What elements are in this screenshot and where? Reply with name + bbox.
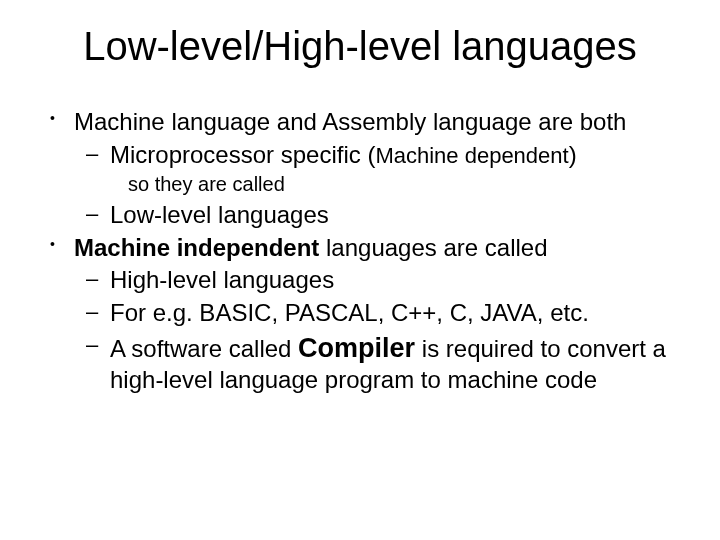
bullet-2: • Machine independent languages are call… [48,233,680,264]
bullet-1a: – Microprocessor specific (Machine depen… [84,140,680,171]
dash-icon: – [84,200,110,231]
dash-icon: – [84,331,110,396]
bullet-2b-text: For e.g. BASIC, PASCAL, C++, C, JAVA, et… [110,298,680,329]
bullet-1-text: Machine language and Assembly language a… [74,107,680,138]
bullet-1a-pre: Microprocessor specific ( [110,141,375,168]
bullet-2c-bold: Compiler [298,333,415,363]
slide-title: Low-level/High-level languages [40,24,680,69]
bullet-2a: – High-level languages [84,265,680,296]
bullet-2-rest: languages are called [319,234,547,261]
dash-icon: – [84,298,110,329]
bullet-2-bold: Machine independent [74,234,319,261]
bullet-1: • Machine language and Assembly language… [48,107,680,138]
bullet-1a-note: so they are called [128,172,680,198]
bullet-2a-text: High-level languages [110,265,680,296]
bullet-dot-icon: • [48,110,74,141]
bullet-2c-text: A software called Compiler is required t… [110,331,680,396]
slide-body: • Machine language and Assembly language… [40,107,680,396]
bullet-1a-post: ) [569,141,577,168]
bullet-2-text: Machine independent languages are called [74,233,680,264]
bullet-1b-text: Low-level languages [110,200,680,231]
bullet-2c-pre: A software called [110,335,298,362]
bullet-2c: – A software called Compiler is required… [84,331,680,396]
bullet-2b: – For e.g. BASIC, PASCAL, C++, C, JAVA, … [84,298,680,329]
bullet-dot-icon: • [48,236,74,267]
bullet-1a-text: Microprocessor specific (Machine depende… [110,140,680,171]
bullet-1b: – Low-level languages [84,200,680,231]
dash-icon: – [84,140,110,171]
dash-icon: – [84,265,110,296]
bullet-1a-bold: Machine dependent [375,143,568,168]
